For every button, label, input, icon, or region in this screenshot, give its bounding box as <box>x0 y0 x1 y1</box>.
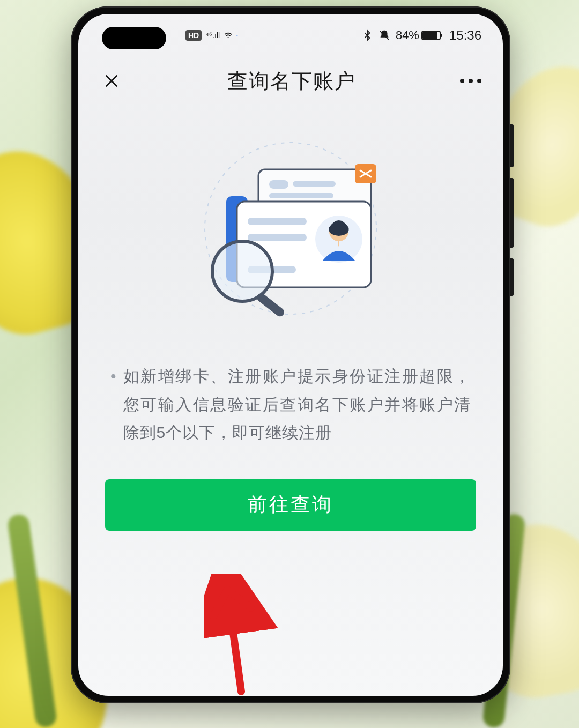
battery-icon <box>421 31 441 40</box>
close-button[interactable] <box>100 69 123 93</box>
dot-icon <box>477 79 481 83</box>
hero-illustration <box>105 127 476 330</box>
svg-point-13 <box>212 241 272 301</box>
status-left-cluster: HD ⁴⁶.ıll <box>185 30 238 41</box>
camera-cutout <box>102 27 166 49</box>
bullet-icon: • <box>110 362 117 447</box>
shield-icon <box>236 31 238 40</box>
close-icon <box>103 72 120 90</box>
more-button[interactable] <box>460 79 481 83</box>
svg-rect-5 <box>293 181 336 187</box>
info-text-block: • 如新增绑卡、注册账户提示身份证注册超限，您可输入信息验证后查询名下账户并将账… <box>105 330 476 447</box>
wifi-icon <box>224 31 232 39</box>
nav-bar: 查询名下账户 <box>78 57 503 105</box>
svg-rect-6 <box>269 193 333 198</box>
phone-screen: HD ⁴⁶.ıll 84% 15:36 <box>78 14 503 696</box>
mute-icon <box>378 29 390 41</box>
bluetooth-icon <box>361 29 373 41</box>
dot-icon <box>469 79 473 83</box>
phone-frame: HD ⁴⁶.ıll 84% 15:36 <box>71 6 510 703</box>
dot-icon <box>460 79 464 83</box>
page-title: 查询名下账户 <box>227 68 356 95</box>
signal-icon: ⁴⁶.ıll <box>206 31 220 40</box>
battery-percent-text: 84% <box>396 28 419 42</box>
phone-side-button <box>510 178 514 248</box>
svg-rect-9 <box>248 234 307 241</box>
content-area: • 如新增绑卡、注册账户提示身份证注册超限，您可输入信息验证后查询名下账户并将账… <box>78 110 503 696</box>
battery-indicator: 84% <box>396 28 441 42</box>
hd-badge-icon: HD <box>185 30 202 41</box>
svg-rect-14 <box>255 292 286 318</box>
id-search-illustration-icon <box>183 132 398 325</box>
svg-rect-4 <box>269 180 288 189</box>
svg-rect-8 <box>248 218 307 225</box>
status-right-cluster: 84% 15:36 <box>361 28 481 43</box>
button-label: 前往查询 <box>248 492 333 518</box>
phone-side-button <box>510 258 514 296</box>
info-text: 如新增绑卡、注册账户提示身份证注册超限，您可输入信息验证后查询名下账户并将账户清… <box>123 362 471 447</box>
phone-side-button <box>510 124 514 167</box>
go-query-button[interactable]: 前往查询 <box>105 479 476 531</box>
status-time: 15:36 <box>449 28 481 43</box>
